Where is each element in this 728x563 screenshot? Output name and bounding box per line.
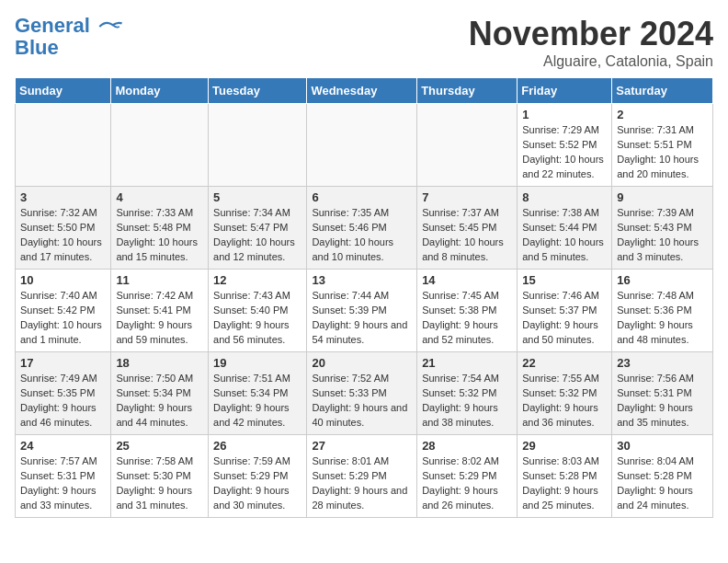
location: Alguaire, Catalonia, Spain [469, 53, 713, 70]
day-number: 17 [20, 356, 106, 370]
day-number: 30 [617, 439, 708, 453]
day-number: 27 [312, 439, 412, 453]
day-number: 11 [116, 273, 203, 287]
calendar-cell: 2Sunrise: 7:31 AM Sunset: 5:51 PM Daylig… [612, 104, 713, 187]
weekday-header-friday: Friday [518, 78, 612, 104]
day-number: 5 [213, 190, 301, 204]
calendar-cell: 20Sunrise: 7:52 AM Sunset: 5:33 PM Dayli… [307, 352, 417, 435]
day-info: Sunrise: 7:32 AM Sunset: 5:50 PM Dayligh… [20, 206, 106, 265]
day-info: Sunrise: 7:34 AM Sunset: 5:47 PM Dayligh… [213, 206, 301, 265]
calendar-cell: 28Sunrise: 8:02 AM Sunset: 5:29 PM Dayli… [417, 435, 518, 518]
day-info: Sunrise: 7:37 AM Sunset: 5:45 PM Dayligh… [422, 206, 512, 265]
calendar-cell: 16Sunrise: 7:48 AM Sunset: 5:36 PM Dayli… [612, 270, 713, 352]
month-title: November 2024 [469, 15, 713, 53]
day-info: Sunrise: 7:51 AM Sunset: 5:34 PM Dayligh… [213, 372, 301, 431]
logo-blue-text: Blue [15, 36, 59, 59]
day-info: Sunrise: 7:49 AM Sunset: 5:35 PM Dayligh… [20, 372, 106, 431]
day-info: Sunrise: 7:46 AM Sunset: 5:37 PM Dayligh… [522, 289, 607, 348]
calendar-cell: 1Sunrise: 7:29 AM Sunset: 5:52 PM Daylig… [518, 104, 612, 187]
calendar-cell: 13Sunrise: 7:44 AM Sunset: 5:39 PM Dayli… [307, 270, 417, 352]
day-info: Sunrise: 7:56 AM Sunset: 5:31 PM Dayligh… [617, 372, 708, 431]
calendar-table: SundayMondayTuesdayWednesdayThursdayFrid… [15, 77, 713, 518]
calendar-cell: 5Sunrise: 7:34 AM Sunset: 5:47 PM Daylig… [209, 187, 307, 270]
day-info: Sunrise: 7:42 AM Sunset: 5:41 PM Dayligh… [116, 289, 203, 348]
calendar-cell: 30Sunrise: 8:04 AM Sunset: 5:28 PM Dayli… [612, 435, 713, 518]
calendar-cell [209, 104, 307, 187]
weekday-header-monday: Monday [111, 78, 209, 104]
day-number: 8 [522, 190, 607, 204]
weekday-header-wednesday: Wednesday [307, 78, 417, 104]
calendar-cell: 4Sunrise: 7:33 AM Sunset: 5:48 PM Daylig… [111, 187, 209, 270]
calendar-cell: 29Sunrise: 8:03 AM Sunset: 5:28 PM Dayli… [518, 435, 612, 518]
day-info: Sunrise: 7:44 AM Sunset: 5:39 PM Dayligh… [312, 289, 412, 348]
calendar-cell: 18Sunrise: 7:50 AM Sunset: 5:34 PM Dayli… [111, 352, 209, 435]
day-number: 20 [312, 356, 412, 370]
calendar-cell: 10Sunrise: 7:40 AM Sunset: 5:42 PM Dayli… [16, 270, 111, 352]
calendar-cell: 27Sunrise: 8:01 AM Sunset: 5:29 PM Dayli… [307, 435, 417, 518]
day-info: Sunrise: 8:04 AM Sunset: 5:28 PM Dayligh… [617, 454, 708, 513]
day-info: Sunrise: 8:01 AM Sunset: 5:29 PM Dayligh… [312, 454, 412, 513]
calendar-cell: 3Sunrise: 7:32 AM Sunset: 5:50 PM Daylig… [16, 187, 111, 270]
day-number: 19 [213, 356, 301, 370]
day-number: 4 [116, 190, 203, 204]
calendar-cell: 21Sunrise: 7:54 AM Sunset: 5:32 PM Dayli… [417, 352, 518, 435]
calendar-cell [307, 104, 417, 187]
day-info: Sunrise: 7:43 AM Sunset: 5:40 PM Dayligh… [213, 289, 301, 348]
day-info: Sunrise: 7:54 AM Sunset: 5:32 PM Dayligh… [422, 372, 512, 431]
day-info: Sunrise: 7:29 AM Sunset: 5:52 PM Dayligh… [522, 123, 607, 182]
day-info: Sunrise: 7:33 AM Sunset: 5:48 PM Dayligh… [116, 206, 203, 265]
day-info: Sunrise: 7:39 AM Sunset: 5:43 PM Dayligh… [617, 206, 708, 265]
day-info: Sunrise: 8:03 AM Sunset: 5:28 PM Dayligh… [522, 454, 607, 513]
day-info: Sunrise: 8:02 AM Sunset: 5:29 PM Dayligh… [422, 454, 512, 513]
day-number: 15 [522, 273, 607, 287]
day-info: Sunrise: 7:48 AM Sunset: 5:36 PM Dayligh… [617, 289, 708, 348]
calendar-cell: 14Sunrise: 7:45 AM Sunset: 5:38 PM Dayli… [417, 270, 518, 352]
day-number: 23 [617, 356, 708, 370]
calendar-cell: 8Sunrise: 7:38 AM Sunset: 5:44 PM Daylig… [518, 187, 612, 270]
day-info: Sunrise: 7:31 AM Sunset: 5:51 PM Dayligh… [617, 123, 708, 182]
calendar-cell: 9Sunrise: 7:39 AM Sunset: 5:43 PM Daylig… [612, 187, 713, 270]
day-info: Sunrise: 7:45 AM Sunset: 5:38 PM Dayligh… [422, 289, 512, 348]
day-info: Sunrise: 7:50 AM Sunset: 5:34 PM Dayligh… [116, 372, 203, 431]
day-number: 26 [213, 439, 301, 453]
day-info: Sunrise: 7:59 AM Sunset: 5:29 PM Dayligh… [213, 454, 301, 513]
calendar-cell: 19Sunrise: 7:51 AM Sunset: 5:34 PM Dayli… [209, 352, 307, 435]
day-number: 12 [213, 273, 301, 287]
weekday-header-saturday: Saturday [612, 78, 713, 104]
header: General Blue November 2024 Alguaire, Cat… [15, 15, 713, 70]
day-number: 28 [422, 439, 512, 453]
weekday-header-tuesday: Tuesday [209, 78, 307, 104]
calendar-cell [16, 104, 111, 187]
calendar-cell: 23Sunrise: 7:56 AM Sunset: 5:31 PM Dayli… [612, 352, 713, 435]
calendar-cell: 7Sunrise: 7:37 AM Sunset: 5:45 PM Daylig… [417, 187, 518, 270]
day-number: 21 [422, 356, 512, 370]
calendar-cell: 6Sunrise: 7:35 AM Sunset: 5:46 PM Daylig… [307, 187, 417, 270]
day-number: 13 [312, 273, 412, 287]
day-number: 3 [20, 190, 106, 204]
day-number: 24 [20, 439, 106, 453]
day-info: Sunrise: 7:55 AM Sunset: 5:32 PM Dayligh… [522, 372, 607, 431]
day-number: 18 [116, 356, 203, 370]
calendar-cell: 11Sunrise: 7:42 AM Sunset: 5:41 PM Dayli… [111, 270, 209, 352]
calendar-cell: 22Sunrise: 7:55 AM Sunset: 5:32 PM Dayli… [518, 352, 612, 435]
day-info: Sunrise: 7:35 AM Sunset: 5:46 PM Dayligh… [312, 206, 412, 265]
calendar-cell: 25Sunrise: 7:58 AM Sunset: 5:30 PM Dayli… [111, 435, 209, 518]
day-info: Sunrise: 7:58 AM Sunset: 5:30 PM Dayligh… [116, 454, 203, 513]
day-number: 22 [522, 356, 607, 370]
calendar-cell: 24Sunrise: 7:57 AM Sunset: 5:31 PM Dayli… [16, 435, 111, 518]
calendar-cell [111, 104, 209, 187]
day-number: 29 [522, 439, 607, 453]
day-number: 1 [522, 108, 607, 121]
day-info: Sunrise: 7:40 AM Sunset: 5:42 PM Dayligh… [20, 289, 106, 348]
weekday-header-thursday: Thursday [417, 78, 518, 104]
logo-text: General [15, 15, 123, 37]
day-number: 6 [312, 190, 412, 204]
day-info: Sunrise: 7:57 AM Sunset: 5:31 PM Dayligh… [20, 454, 106, 513]
day-number: 2 [617, 108, 708, 121]
day-number: 16 [617, 273, 708, 287]
weekday-header-sunday: Sunday [16, 78, 111, 104]
day-info: Sunrise: 7:52 AM Sunset: 5:33 PM Dayligh… [312, 372, 412, 431]
calendar-cell: 26Sunrise: 7:59 AM Sunset: 5:29 PM Dayli… [209, 435, 307, 518]
title-area: November 2024 Alguaire, Catalonia, Spain [469, 15, 713, 70]
calendar-cell [417, 104, 518, 187]
